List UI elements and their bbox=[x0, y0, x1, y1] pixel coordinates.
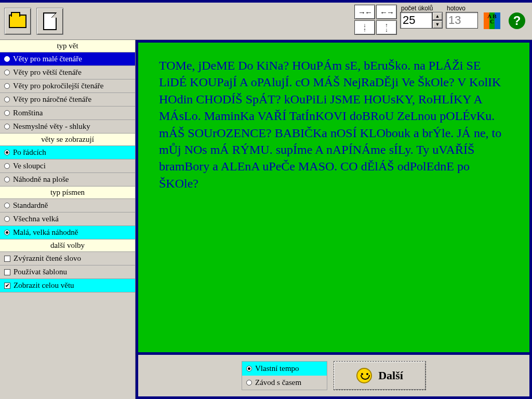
done-count-label: hotovo bbox=[446, 5, 478, 12]
group-header-sentence-type: typ vět bbox=[0, 40, 135, 52]
option-label: Malá, velká náhodně bbox=[13, 228, 78, 237]
next-button[interactable]: Další bbox=[334, 361, 426, 390]
open-folder-button[interactable] bbox=[4, 8, 31, 35]
color-settings-button[interactable]: A BC bbox=[481, 10, 503, 32]
option-label: Všechna velká bbox=[13, 215, 59, 223]
radio-icon bbox=[4, 216, 10, 222]
document-icon bbox=[43, 12, 57, 30]
letter-type-option-0[interactable]: Standardně bbox=[0, 199, 135, 212]
sidebar: typ vět Věty pro malé čtenáře Věty pro v… bbox=[0, 40, 136, 399]
option-label: Věty pro malé čtenáře bbox=[13, 55, 82, 63]
tempo-option-0[interactable]: Vlastní tempo bbox=[242, 362, 327, 376]
radio-icon bbox=[4, 177, 10, 182]
done-count-value: 13 bbox=[446, 12, 478, 29]
abc-icon: A BC bbox=[484, 12, 500, 29]
toolbar: →← ←→ ↓↑ ↑↓ počet úkolů 25 ▲ ▼ hotovo 13 bbox=[0, 0, 532, 40]
option-label: Věty pro pokročilejší čtenáře bbox=[13, 82, 104, 90]
new-document-button[interactable] bbox=[36, 8, 63, 35]
radio-icon bbox=[4, 163, 10, 169]
tempo-option-1[interactable]: Závod s časem bbox=[242, 376, 327, 390]
smiley-icon bbox=[356, 368, 372, 383]
group-header-display-mode: věty se zobrazují bbox=[0, 134, 135, 146]
tempo-group: Vlastní tempo Závod s časem bbox=[242, 361, 327, 390]
help-icon: ? bbox=[509, 12, 525, 29]
nav-buttons: →← ←→ ↓↑ ↑↓ bbox=[354, 5, 397, 35]
option-label: Ve sloupci bbox=[13, 162, 46, 170]
bottom-bar: Vlastní tempo Závod s časem Další bbox=[138, 355, 529, 396]
sentence-type-option-2[interactable]: Věty pro pokročilejší čtenáře bbox=[0, 79, 135, 93]
letter-type-option-1[interactable]: Všechna velká bbox=[0, 212, 135, 226]
nav-vertical-out-button[interactable]: ↑↓ bbox=[376, 20, 397, 35]
sentence-type-option-4[interactable]: Romština bbox=[0, 107, 135, 120]
sentence-type-option-3[interactable]: Věty pro náročné čtenáře bbox=[0, 93, 135, 107]
checkbox-icon: ✔ bbox=[4, 283, 10, 289]
sentence-type-option-0[interactable]: Věty pro malé čtenáře bbox=[0, 52, 135, 66]
display-mode-option-0[interactable]: Po řádcích bbox=[0, 146, 135, 159]
tasks-spin-up[interactable]: ▲ bbox=[432, 12, 443, 20]
other-option-2[interactable]: ✔Zobrazit celou větu bbox=[0, 279, 135, 292]
option-label: Vlastní tempo bbox=[255, 364, 299, 373]
folder-icon bbox=[9, 15, 26, 28]
tasks-count-label: počet úkolů bbox=[400, 5, 443, 12]
radio-icon bbox=[4, 230, 10, 235]
sentence-type-option-1[interactable]: Věty pro větší čtenáře bbox=[0, 66, 135, 79]
option-label: Zobrazit celou větu bbox=[14, 281, 74, 290]
option-label: Náhodně na ploše bbox=[13, 175, 69, 184]
option-label: Standardně bbox=[13, 201, 48, 210]
option-label: Po řádcích bbox=[13, 148, 46, 157]
option-label: Zvýraznit čtené slovo bbox=[14, 254, 81, 263]
nav-horizontal-out-button[interactable]: ←→ bbox=[376, 5, 397, 19]
content-area: TOMe, jDeME Do KiNa? HOuPÁm sE, bEruŠko.… bbox=[136, 40, 532, 399]
radio-icon bbox=[4, 83, 10, 89]
radio-icon bbox=[4, 97, 10, 102]
tasks-spin-down[interactable]: ▼ bbox=[432, 20, 443, 29]
radio-icon bbox=[4, 150, 10, 155]
sentence-type-option-5[interactable]: Nesmyslné věty - shluky bbox=[0, 120, 135, 134]
option-label: Romština bbox=[13, 109, 43, 117]
letter-type-option-2[interactable]: Malá, velká náhodně bbox=[0, 226, 135, 240]
tasks-count-input[interactable]: 25 bbox=[400, 12, 432, 29]
other-option-1[interactable]: Používat šablonu bbox=[0, 265, 135, 279]
option-label: Věty pro větší čtenáře bbox=[13, 68, 82, 77]
display-mode-option-1[interactable]: Ve sloupci bbox=[0, 159, 135, 173]
other-option-0[interactable]: Zvýraznit čtené slovo bbox=[0, 252, 135, 265]
radio-icon bbox=[4, 70, 10, 75]
option-label: Nesmyslné věty - shluky bbox=[13, 122, 90, 131]
radio-icon bbox=[246, 366, 252, 371]
radio-icon bbox=[4, 110, 10, 116]
radio-icon bbox=[4, 203, 10, 208]
reading-text: TOMe, jDeME Do KiNa? HOuPÁm sE, bEruŠko.… bbox=[138, 43, 529, 352]
radio-icon bbox=[4, 124, 10, 129]
radio-icon bbox=[4, 56, 10, 62]
option-label: Věty pro náročné čtenáře bbox=[13, 95, 91, 104]
group-header-other: další volby bbox=[0, 240, 135, 252]
option-label: Používat šablonu bbox=[14, 268, 67, 276]
checkbox-icon bbox=[4, 269, 10, 275]
next-button-label: Další bbox=[378, 369, 403, 382]
display-mode-option-2[interactable]: Náhodně na ploše bbox=[0, 173, 135, 187]
radio-icon bbox=[246, 380, 252, 385]
nav-vertical-in-button[interactable]: ↓↑ bbox=[354, 20, 375, 35]
checkbox-icon bbox=[4, 256, 10, 262]
nav-horizontal-in-button[interactable]: →← bbox=[354, 5, 375, 19]
group-header-letter-type: typ písmen bbox=[0, 187, 135, 199]
option-label: Závod s časem bbox=[255, 378, 301, 387]
help-button[interactable]: ? bbox=[506, 10, 528, 32]
